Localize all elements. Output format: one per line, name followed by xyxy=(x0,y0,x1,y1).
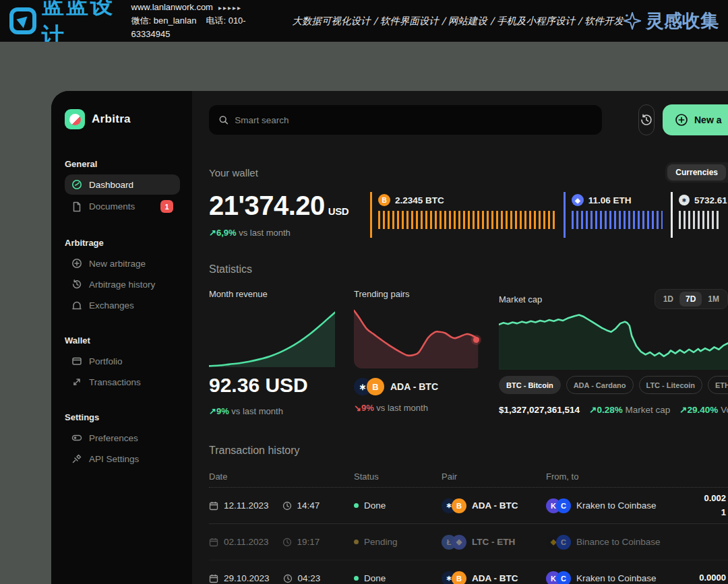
market-cap-title: Market cap xyxy=(499,294,542,304)
segment-ticks xyxy=(378,211,555,229)
eth-coin-icon: ◆ xyxy=(452,535,466,550)
arbitra-logo-icon xyxy=(65,109,85,129)
sidebar-item-label: Transactions xyxy=(89,377,141,387)
month-revenue-value: 92.36 USD xyxy=(209,374,335,397)
tx-date: 02.11.2023 xyxy=(224,537,269,547)
main-content: New a Your wallet Currencies E 21'374.20… xyxy=(192,91,728,584)
calendar-icon xyxy=(209,538,218,547)
sidebar: Arbitra General Dashboard Documents 1 Ar… xyxy=(51,91,192,584)
topbar: New a xyxy=(209,104,728,135)
tx-amount: 0.0021 xyxy=(677,492,728,519)
plus-circle-icon xyxy=(675,113,688,127)
month-revenue-title: Month revenue xyxy=(209,289,335,299)
range-1m[interactable]: 1M xyxy=(702,292,725,306)
pill-ltc[interactable]: LTC - Litecoin xyxy=(639,376,703,394)
sidebar-item-api-settings[interactable]: API Settings xyxy=(65,449,180,469)
search-input[interactable] xyxy=(235,115,593,125)
sidebar-item-arbitrage-history[interactable]: Arbitrage history xyxy=(65,274,180,294)
col-from-to: From, to xyxy=(546,472,677,482)
tx-status: Done xyxy=(364,500,386,511)
sidebar-item-label: Exchanges xyxy=(89,300,134,311)
range-7d[interactable]: 7D xyxy=(679,292,702,306)
search-icon xyxy=(218,115,229,125)
banner-services: 大数据可视化设计 / 软件界面设计 / 网站建设 / 手机及小程序设计 / 软件… xyxy=(293,15,624,28)
segment-label: 11.06 ETH xyxy=(588,195,632,205)
wallet-delta-suffix: vs last month xyxy=(239,228,291,238)
trending-pairs-title: Trending pairs xyxy=(354,289,482,299)
pill-eth[interactable]: ETH - Ethereu xyxy=(708,376,728,394)
sidebar-item-label: New arbitrage xyxy=(89,259,146,269)
wallet-title: Your wallet xyxy=(209,167,258,179)
tx-time: 04:23 xyxy=(298,573,321,583)
transfer-arrows-icon xyxy=(71,377,82,387)
btc-coin-icon: B xyxy=(452,498,466,513)
wallet-delta: 6,9% xyxy=(216,228,237,238)
history-icon xyxy=(639,112,654,127)
search-bar[interactable] xyxy=(209,105,602,135)
wallet-currency: USD xyxy=(328,205,348,217)
tx-time: 14:47 xyxy=(297,500,320,511)
trending-pairs-card: Trending pairs ∗ B ADA - BTC ↘9% vs last… xyxy=(354,289,482,416)
pill-ada[interactable]: ADA - Cardano xyxy=(566,376,634,394)
btc-coin-icon: B xyxy=(452,571,466,584)
ada-light-coin-icon: ∗ xyxy=(679,195,690,205)
sidebar-item-transactions[interactable]: Transactions xyxy=(65,372,180,392)
wallet-icon xyxy=(71,356,82,366)
sidebar-item-label: Preferences xyxy=(89,433,138,443)
section-label-settings: Settings xyxy=(65,412,180,422)
table-row[interactable]: 12.11.202314:47Done∗BADA - BTCKCKraken t… xyxy=(209,488,728,524)
document-icon xyxy=(71,201,82,212)
btc-coin-icon: B xyxy=(378,194,390,206)
month-revenue-card: Month revenue 92.36 USD ↗9% vs last mont… xyxy=(209,289,335,416)
sidebar-item-label: Documents xyxy=(89,201,135,212)
range-1d[interactable]: 1D xyxy=(657,292,679,306)
toggle-currencies[interactable]: Currencies xyxy=(667,164,726,181)
col-date: Date xyxy=(209,472,354,482)
section-label-wallet: Wallet xyxy=(65,335,180,346)
dashboard-card: Arbitra General Dashboard Documents 1 Ar… xyxy=(51,91,728,584)
app-logo: Arbitra xyxy=(65,109,180,129)
timeframe-toggle[interactable]: 1D7D1M xyxy=(655,289,728,309)
wallet-view-toggle[interactable]: Currencies E xyxy=(665,162,728,183)
sidebar-item-new-arbitrage[interactable]: New arbitrage xyxy=(65,253,180,273)
sidebar-item-label: Arbitrage history xyxy=(89,280,155,290)
tx-status: Done xyxy=(364,573,386,583)
inspiration-collect[interactable]: 灵感收集 xyxy=(624,9,719,33)
collect-label: 灵感收集 xyxy=(646,9,719,33)
sidebar-item-exchanges[interactable]: Exchanges xyxy=(65,295,180,315)
banner-contact: www.lanlanwork.com▸▸▸▸▸ 微信: ben_lanlan电话… xyxy=(131,1,262,41)
banner-wechat: 微信: ben_lanlan xyxy=(131,15,197,26)
plus-circle-icon xyxy=(71,258,82,269)
coinbase-coin-icon: C xyxy=(556,571,571,584)
wallet-allocation-bar: B 2.2345 BTC ◆ 11.06 ETH ∗ 5732.61 ADA xyxy=(370,192,728,238)
table-row[interactable]: 29.10.202304:23Done∗BADA - BTCKCKraken t… xyxy=(209,560,728,584)
month-revenue-delta: 9% xyxy=(216,406,229,416)
col-status: Status xyxy=(354,472,442,482)
pill-btc[interactable]: BTC - Bitcoin xyxy=(499,376,561,394)
bank-icon xyxy=(71,300,82,311)
table-row[interactable]: 02.11.202319:17PendingŁ◆LTC - ETH◆CBinan… xyxy=(209,524,728,560)
section-label-arbitrage: Arbitrage xyxy=(65,238,180,248)
market-cap-stats: $1,327,027,361,514 ↗0.28% Market cap ↗29… xyxy=(499,404,728,415)
arrows-decor: ▸▸▸▸▸ xyxy=(218,4,242,11)
wallet-segment-ada-light: ∗ 5732.61 ADA xyxy=(671,192,728,238)
lanlan-logo-icon xyxy=(9,7,36,34)
tx-pair: ADA - BTC xyxy=(472,500,518,511)
coinbase-coin-icon: C xyxy=(556,535,571,550)
sidebar-item-documents[interactable]: Documents 1 xyxy=(65,195,180,218)
history-button[interactable] xyxy=(638,104,655,135)
sidebar-item-preferences[interactable]: Preferences xyxy=(65,428,180,448)
sidebar-item-dashboard[interactable]: Dashboard xyxy=(65,174,180,195)
sidebar-item-label: Dashboard xyxy=(89,180,133,190)
coinbase-coin-icon: C xyxy=(556,498,571,513)
star-icon xyxy=(624,12,641,30)
clock-icon xyxy=(282,501,292,511)
wallet-balance-block: 21'374.20USD ↗6,9% vs last month xyxy=(209,191,348,238)
sidebar-item-portfolio[interactable]: Portfolio xyxy=(65,351,180,371)
toggle-icon xyxy=(71,432,82,443)
clock-icon xyxy=(283,574,293,583)
new-arbitrage-button[interactable]: New a xyxy=(663,104,728,135)
banner-url[interactable]: www.lanlanwork.com xyxy=(131,2,213,12)
statistics-title: Statistics xyxy=(209,263,252,275)
volume-label: Volume (24 xyxy=(721,405,728,415)
